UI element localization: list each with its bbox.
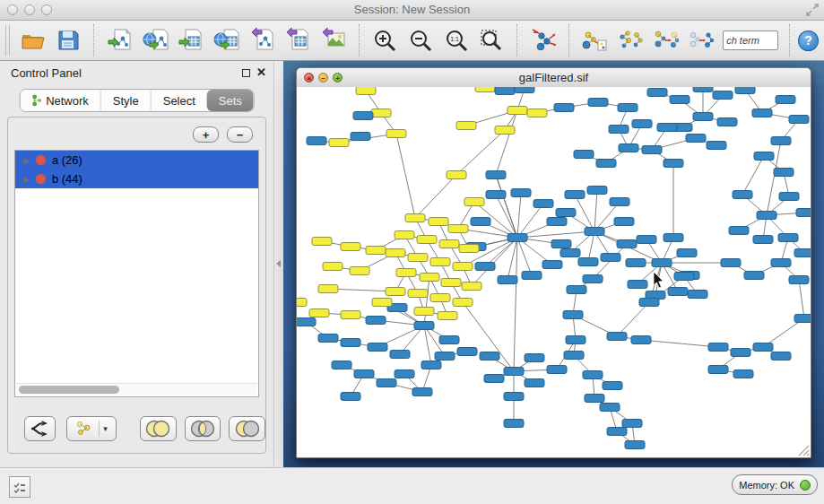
collapse-panel-icon[interactable] (276, 260, 281, 267)
union-button[interactable] (140, 416, 177, 441)
set-color-icon (36, 174, 46, 184)
remove-set-button[interactable]: − (227, 126, 253, 143)
export-network-icon[interactable] (248, 26, 277, 55)
search-input[interactable] (723, 30, 778, 50)
apply-preferred-layout-icon[interactable] (529, 26, 558, 55)
control-panel-header: Control Panel ✕ (0, 61, 273, 84)
export-table-icon[interactable] (283, 26, 312, 55)
tab-label: Network (46, 94, 89, 108)
nodes-icon (75, 421, 93, 437)
save-session-icon[interactable] (55, 26, 83, 55)
network-window-title: galFiltered.sif (297, 71, 811, 84)
close-panel-icon[interactable]: ✕ (256, 65, 266, 79)
difference-button[interactable] (229, 416, 265, 441)
float-panel-icon[interactable] (242, 69, 250, 77)
toolbar-separator (359, 24, 360, 56)
zoom-out-icon[interactable] (406, 26, 435, 55)
disclosure-triangle-icon[interactable]: ▶ (23, 175, 30, 184)
import-table-url-icon[interactable] (213, 26, 241, 55)
set-row-a[interactable]: ▶ a (26) (15, 151, 258, 169)
set-label: b (44) (52, 172, 82, 186)
control-panel-title: Control Panel (11, 66, 82, 80)
add-set-button[interactable]: + (193, 126, 219, 143)
main-toolbar: 1:1 ? (0, 21, 824, 61)
zoom-in-icon[interactable] (371, 26, 400, 55)
set-row-b[interactable]: ▶ b (44) (15, 169, 258, 188)
memory-status-badge[interactable]: Memory: OK (732, 474, 818, 495)
network-graph[interactable] (297, 87, 811, 456)
intersection-button[interactable] (185, 416, 221, 441)
set-color-icon (36, 155, 46, 165)
help-icon[interactable]: ? (798, 30, 819, 51)
open-file-icon[interactable] (19, 26, 48, 55)
disclosure-triangle-icon[interactable]: ▶ (23, 156, 30, 165)
select-first-neighbors-icon[interactable] (581, 26, 610, 55)
horizontal-scrollbar[interactable] (16, 383, 257, 395)
sets-list[interactable]: ▶ a (26) ▶ b (44) (14, 150, 259, 397)
sets-panel: + − ▶ a (26) ▶ b (44) (7, 117, 266, 454)
fullscreen-icon[interactable] (806, 4, 819, 16)
import-network-url-icon[interactable] (142, 26, 170, 55)
toolbar-separator (516, 24, 518, 56)
split-arrows-icon (30, 420, 49, 438)
import-network-file-icon[interactable] (106, 26, 134, 55)
memory-ok-icon (800, 480, 811, 491)
application-window: Session: New Session (0, 0, 824, 504)
split-set-button[interactable] (24, 416, 56, 441)
network-canvas[interactable] (297, 87, 811, 457)
network-desktop: × − + galFiltered.sif (283, 61, 824, 468)
tab-network[interactable]: Network (20, 90, 100, 111)
memory-label: Memory: OK (739, 480, 794, 491)
network-window-titlebar[interactable]: × − + galFiltered.sif (297, 68, 811, 88)
zoom-actual-size-icon[interactable]: 1:1 (442, 26, 471, 55)
network-tab-icon (31, 94, 41, 107)
task-history-icon (13, 482, 26, 493)
tab-label: Select (163, 94, 195, 108)
task-history-button[interactable] (9, 476, 30, 498)
tab-style[interactable]: Style (100, 90, 151, 111)
titlebar[interactable]: Session: New Session (0, 0, 824, 21)
tab-sets[interactable]: Sets (207, 90, 254, 111)
network-view-window[interactable]: × − + galFiltered.sif (296, 67, 811, 458)
window-title: Session: New Session (0, 3, 824, 16)
svg-text:1:1: 1:1 (450, 36, 459, 42)
hide-selected-icon[interactable] (688, 26, 716, 55)
tab-select[interactable]: Select (151, 90, 207, 111)
venn-union-icon (144, 420, 171, 438)
select-from-file-icon[interactable] (652, 26, 681, 55)
venn-intersection-icon (189, 420, 216, 438)
toolbar-grip (5, 25, 10, 56)
scrollbar-thumb[interactable] (19, 386, 119, 394)
set-operation-buttons: ▾ (8, 415, 265, 442)
set-label: a (26) (52, 153, 82, 167)
new-network-from-selection-icon[interactable] (616, 26, 645, 55)
toolbar-separator (568, 24, 570, 56)
status-bar: Memory: OK (0, 467, 824, 504)
zoom-selected-region-icon[interactable] (477, 26, 506, 55)
toolbar-separator (789, 24, 791, 56)
button-divider (99, 421, 100, 437)
tab-label: Style (113, 94, 139, 108)
tab-label: Sets (219, 94, 242, 108)
control-panel: Control Panel ✕ Network Style Select Set… (0, 61, 273, 468)
set-actions: + − (193, 126, 253, 143)
resize-grip-icon[interactable] (798, 445, 810, 456)
venn-difference-icon (234, 420, 261, 438)
create-set-from-selection-button[interactable]: ▾ (66, 416, 117, 441)
main-area: Control Panel ✕ Network Style Select Set… (0, 61, 824, 468)
chevron-down-icon[interactable]: ▾ (103, 424, 108, 433)
import-table-file-icon[interactable] (177, 26, 205, 55)
toolbar-separator (93, 24, 95, 56)
control-panel-tabs: Network Style Select Sets (19, 89, 255, 112)
export-image-icon[interactable] (319, 26, 348, 55)
